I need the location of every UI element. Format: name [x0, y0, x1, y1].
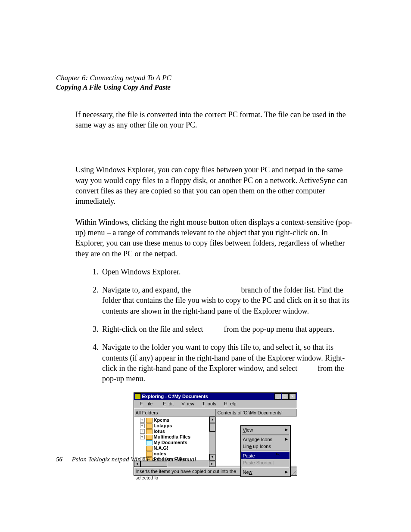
page-header: Chapter 6: Connecting netpad To A PC Cop… [56, 73, 355, 92]
explorer-icon [135, 393, 141, 399]
context-menu: View▶ Arrange Icons▶ Line up Icons Paste… [240, 425, 291, 477]
left-pane-header: All Folders [134, 409, 215, 417]
ctx-new[interactable]: New▶ [241, 469, 290, 476]
close-button[interactable]: × [289, 393, 296, 400]
menu-help[interactable]: Help [219, 400, 239, 408]
ctx-view[interactable]: View▶ [241, 426, 290, 433]
menubar: File Edit View Tools Help [134, 400, 297, 408]
chapter-line: Chapter 6: Connecting netpad To A PC [56, 73, 355, 83]
titlebar: Exploring - C:\My Documents _ □ × [134, 393, 297, 400]
step-item: Right-click on the file and select Copy … [100, 324, 355, 334]
ctx-arrange-icons[interactable]: Arrange Icons▶ [241, 436, 290, 443]
menu-tools[interactable]: Tools [197, 400, 219, 408]
footer-text: Psion Teklogix netpad Win CE 4.1 User Ma… [72, 456, 196, 463]
paragraph: If necessary, the file is converted into… [75, 109, 355, 131]
paragraph: Using Windows Explorer, you can copy fil… [75, 165, 355, 206]
paragraph: Within Windows, clicking the right mouse… [75, 217, 355, 259]
right-pane-header: Contents of 'C:\My Documents' [216, 409, 297, 417]
menu-view[interactable]: View [176, 400, 197, 408]
ctx-paste[interactable]: Paste [241, 452, 290, 459]
section-line: Copying A File Using Copy And Paste [56, 83, 355, 92]
ctx-line-up-icons[interactable]: Line up Icons [241, 443, 290, 450]
explorer-window: Exploring - C:\My Documents _ □ × File E… [134, 392, 297, 476]
menu-edit[interactable]: Edit [158, 400, 176, 408]
folder-tree[interactable]: +Kpcms +Lotapps +lotus +Multimedia Files… [134, 417, 215, 460]
menu-file[interactable]: File [135, 400, 158, 408]
vertical-scrollbar[interactable]: ▴▾ [209, 417, 215, 460]
step-item: Navigate to the folder you want to copy … [100, 342, 355, 384]
svg-line-2 [296, 474, 296, 475]
status-text: Inserts the items you have copied or cut… [134, 467, 243, 475]
right-pane: Contents of 'C:\My Documents' View▶ Arra… [216, 409, 297, 467]
page-footer: 56 Psion Teklogix netpad Win CE 4.1 User… [56, 456, 196, 463]
page-number: 56 [56, 456, 62, 463]
step-item: Navigate to, and expand, the Mobile Devi… [100, 285, 355, 316]
minimize-button[interactable]: _ [274, 393, 281, 400]
right-pane-body[interactable]: View▶ Arrange Icons▶ Line up Icons Paste… [216, 417, 297, 466]
screenshot-figure: Exploring - C:\My Documents _ □ × File E… [134, 392, 297, 476]
window-title: Exploring - C:\My Documents [142, 393, 274, 400]
section-heading: 6.4.2 Copying A File Using Copy And Past… [75, 143, 355, 155]
step-item: Open Windows Explorer. [100, 267, 355, 277]
resize-grip-icon[interactable] [290, 467, 297, 475]
maximize-button[interactable]: □ [282, 393, 289, 400]
steps-list: Open Windows Explorer. Navigate to, and … [75, 267, 355, 384]
ctx-paste-shortcut[interactable]: Paste Shortcut [241, 459, 290, 466]
